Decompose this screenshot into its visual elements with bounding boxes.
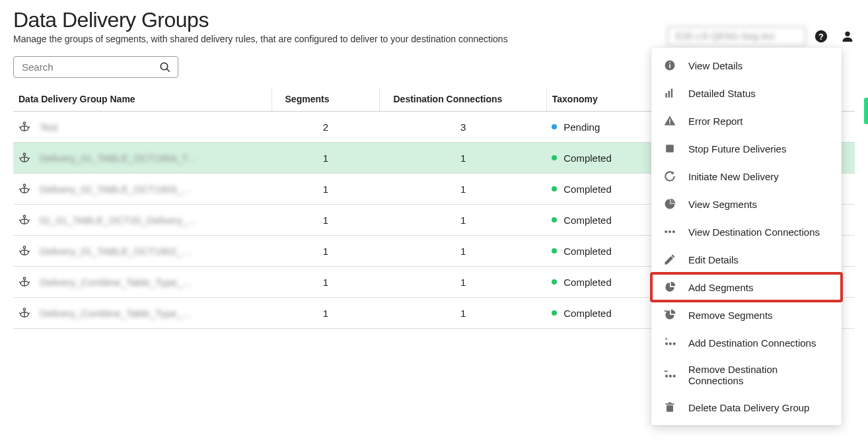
account-selector[interactable]: E2E-LR-QENG-Seg-Act — [667, 26, 806, 46]
info-icon — [663, 59, 676, 72]
anchor-icon — [18, 121, 30, 133]
anchor-icon — [18, 152, 30, 164]
taxonomy-status: Completed — [552, 277, 666, 288]
svg-rect-34 — [666, 145, 674, 153]
menu-item-label: View Segments — [688, 199, 757, 210]
svg-text:+: + — [665, 336, 669, 342]
segments-count: 1 — [271, 205, 380, 236]
anchor-icon — [18, 276, 30, 288]
taxonomy-status: Completed — [552, 215, 666, 226]
refresh-icon — [663, 170, 676, 183]
destinations-count: 3 — [380, 112, 546, 143]
svg-rect-48 — [667, 405, 673, 412]
destinations-count: 1 — [380, 236, 546, 267]
col-header-name[interactable]: Data Delivery Group Name — [13, 87, 271, 112]
group-name: Delivery_Combine_Table_Type_Update_01 — [40, 277, 198, 288]
col-header-segments[interactable]: Segments — [271, 87, 380, 112]
actions-menu: View DetailsDetailed StatusError ReportS… — [651, 48, 842, 425]
segments-count: 1 — [271, 143, 380, 174]
group-name: Delivery_01_TABLE_OCT1902_OUTPUT — [40, 246, 198, 257]
col-header-destinations[interactable]: Destination Connections — [380, 87, 546, 112]
menu-item-add-segments[interactable]: +Add Segments — [651, 273, 842, 301]
menu-item-view-destination-connections[interactable]: View Destination Connections — [651, 218, 842, 246]
status-dot — [552, 217, 557, 222]
status-dot — [552, 186, 557, 191]
menu-item-edit-details[interactable]: Edit Details — [651, 246, 842, 273]
svg-line-4 — [166, 69, 170, 72]
group-name: Delivery_01_TABLE_OCT1904_TYPE_UPDATE_1 — [40, 153, 198, 164]
pieminus-icon — [663, 308, 676, 322]
group-name: 01_01_TABLE_OCT20_Delivery_RENAME_OUT — [40, 215, 198, 226]
menu-item-detailed-status[interactable]: Detailed Status — [651, 79, 842, 107]
svg-rect-33 — [669, 123, 670, 124]
menu-item-label: Remove Segments — [688, 310, 773, 321]
segments-count: 1 — [271, 298, 380, 329]
segments-count: 2 — [271, 112, 380, 143]
svg-rect-47 — [665, 370, 668, 372]
svg-text:+: + — [666, 281, 669, 287]
trash-icon — [663, 401, 676, 414]
bars-icon — [663, 86, 676, 100]
stop-icon — [663, 142, 676, 155]
menu-item-initiate-new-delivery[interactable]: Initiate New Delivery — [651, 162, 842, 190]
search-input[interactable] — [20, 61, 153, 73]
group-name: Test — [40, 121, 58, 133]
svg-text:?: ? — [818, 32, 824, 42]
svg-rect-27 — [669, 64, 670, 68]
pie-icon — [663, 197, 676, 211]
svg-rect-31 — [671, 88, 673, 97]
svg-rect-49 — [665, 403, 674, 405]
svg-rect-32 — [669, 119, 670, 123]
svg-rect-39 — [665, 310, 668, 312]
menu-item-remove-destination-connections[interactable]: Remove Destination Connections — [651, 357, 842, 393]
svg-point-45 — [669, 375, 672, 378]
destinations-count: 1 — [380, 267, 546, 298]
menu-item-label: View Destination Connections — [688, 226, 820, 238]
taxonomy-status: Completed — [552, 308, 666, 319]
taxonomy-status: Completed — [552, 246, 666, 257]
svg-rect-29 — [665, 93, 667, 98]
alert-icon — [663, 114, 676, 127]
svg-rect-30 — [669, 91, 670, 98]
linkminus-icon — [663, 368, 676, 382]
help-icon[interactable]: ? — [814, 29, 828, 44]
svg-point-37 — [672, 230, 675, 233]
svg-point-40 — [665, 343, 668, 345]
group-name: Delivery_02_TABLE_OCT1903_ADD_PROPERTY — [40, 184, 198, 195]
menu-item-view-segments[interactable]: View Segments — [651, 190, 842, 218]
svg-point-35 — [665, 230, 667, 233]
linkplus-icon: + — [663, 336, 676, 349]
menu-item-remove-segments[interactable]: Remove Segments — [651, 301, 842, 329]
svg-point-46 — [673, 375, 676, 378]
status-dot — [552, 279, 557, 285]
menu-item-label: Stop Future Deliveries — [688, 143, 786, 154]
status-dot — [552, 124, 557, 129]
menu-item-stop-future-deliveries[interactable]: Stop Future Deliveries — [651, 135, 842, 162]
taxonomy-status: Completed — [552, 153, 666, 164]
menu-item-label: Error Report — [688, 116, 743, 127]
svg-rect-28 — [669, 62, 670, 63]
search-box[interactable] — [13, 56, 178, 78]
destinations-count: 1 — [380, 205, 546, 236]
segments-count: 1 — [271, 267, 380, 298]
pencil-icon — [663, 253, 676, 266]
taxonomy-status: Pending — [552, 121, 666, 133]
anchor-icon — [18, 245, 30, 257]
svg-point-42 — [673, 343, 676, 345]
menu-item-error-report[interactable]: Error Report — [651, 107, 842, 135]
destinations-count: 1 — [380, 298, 546, 329]
status-dot — [552, 248, 557, 254]
svg-point-44 — [665, 375, 668, 378]
account-selector-value: E2E-LR-QENG-Seg-Act — [676, 31, 774, 42]
menu-item-delete-data-delivery-group[interactable]: Delete Data Delivery Group — [651, 393, 842, 421]
status-dot — [552, 155, 557, 160]
menu-item-add-destination-connections[interactable]: +Add Destination Connections — [651, 329, 842, 357]
menu-item-label: View Details — [688, 60, 742, 71]
svg-point-3 — [161, 63, 168, 70]
menu-item-label: Add Destination Connections — [688, 337, 816, 349]
menu-item-view-details[interactable]: View Details — [651, 51, 842, 79]
segments-count: 1 — [271, 174, 380, 205]
anchor-icon — [18, 183, 30, 195]
menu-item-label: Add Segments — [688, 282, 753, 293]
user-icon[interactable] — [840, 29, 855, 44]
